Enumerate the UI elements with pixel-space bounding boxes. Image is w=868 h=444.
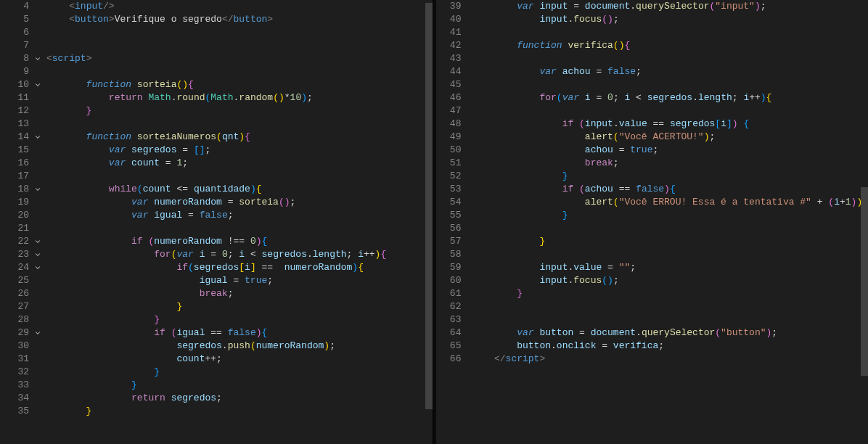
code-line[interactable]: count++;	[46, 353, 433, 366]
line-number[interactable]: 8	[0, 52, 32, 65]
editor-pane-left[interactable]: 4567891011121314151617181920212223242526…	[0, 0, 433, 444]
fold-chevron-down-icon[interactable]	[32, 131, 44, 144]
code-line[interactable]: if (input.value == segredos[i]) {	[478, 118, 868, 131]
line-number[interactable]: 42	[436, 39, 464, 52]
fold-chevron-down-icon[interactable]	[32, 261, 44, 274]
line-number[interactable]: 53	[436, 183, 464, 196]
code-line[interactable]: <button>Verifique o segredo</button>	[46, 13, 433, 26]
line-number[interactable]: 45	[436, 78, 464, 91]
line-number[interactable]: 56	[436, 222, 464, 235]
scrollbar-thumb[interactable]	[425, 3, 433, 409]
code-line[interactable]: if (achou == false){	[478, 183, 868, 196]
code-line[interactable]: var numeroRandom = sorteia();	[46, 196, 433, 209]
code-line[interactable]	[478, 222, 868, 235]
code-line[interactable]: <script>	[46, 52, 433, 65]
scrollbar-thumb[interactable]	[861, 187, 868, 376]
line-number[interactable]: 9	[0, 65, 32, 78]
code-line[interactable]: return segredos;	[46, 392, 433, 405]
code-line[interactable]: function sorteia(){	[46, 78, 433, 91]
line-number[interactable]: 50	[436, 144, 464, 157]
line-number[interactable]: 32	[0, 366, 32, 379]
code-line[interactable]: return Math.round(Math.random()*10);	[46, 91, 433, 104]
code-line[interactable]: function verifica(){	[478, 39, 868, 52]
fold-gutter[interactable]	[32, 0, 44, 444]
code-line[interactable]: achou = true;	[478, 144, 868, 157]
code-line[interactable]: for(var i = 0; i < segredos.length; i++)…	[478, 91, 868, 104]
fold-chevron-down-icon[interactable]	[32, 248, 44, 261]
code-line[interactable]: for(var i = 0; i < segredos.length; i++)…	[46, 248, 433, 261]
line-number[interactable]: 5	[0, 13, 32, 26]
code-content-left[interactable]: <input/> <button>Verifique o segredo</bu…	[44, 0, 433, 444]
line-number[interactable]: 7	[0, 39, 32, 52]
line-number[interactable]: 59	[436, 261, 464, 274]
code-line[interactable]	[46, 222, 433, 235]
line-number[interactable]: 62	[436, 300, 464, 313]
code-line[interactable]: }	[478, 235, 868, 248]
line-number[interactable]: 10	[0, 78, 32, 91]
code-content-right[interactable]: var input = document.querySelector("inpu…	[475, 0, 868, 444]
code-line[interactable]: var button = document.querySelector("but…	[478, 326, 868, 340]
code-line[interactable]: break;	[46, 287, 433, 300]
scrollbar-vertical[interactable]	[858, 0, 868, 444]
line-number[interactable]: 19	[0, 196, 32, 209]
fold-chevron-down-icon[interactable]	[32, 52, 44, 65]
line-number[interactable]: 15	[0, 144, 32, 157]
line-number[interactable]: 29	[0, 326, 32, 340]
line-number[interactable]: 6	[0, 26, 32, 39]
line-number[interactable]: 61	[436, 287, 464, 300]
line-number[interactable]: 12	[0, 104, 32, 118]
code-line[interactable]	[478, 248, 868, 261]
fold-chevron-down-icon[interactable]	[32, 78, 44, 91]
code-line[interactable]: }	[46, 313, 433, 326]
code-line[interactable]: var count = 1;	[46, 157, 433, 170]
line-number[interactable]: 31	[0, 353, 32, 366]
code-line[interactable]: button.onclick = verifica;	[478, 340, 868, 353]
code-line[interactable]: var segredos = [];	[46, 144, 433, 157]
line-number[interactable]: 65	[436, 340, 464, 353]
code-line[interactable]: }	[478, 170, 868, 183]
code-line[interactable]: }	[478, 287, 868, 300]
code-line[interactable]: function sorteiaNumeros(qnt){	[46, 131, 433, 144]
line-number[interactable]: 16	[0, 157, 32, 170]
line-number[interactable]: 17	[0, 170, 32, 183]
line-number[interactable]: 57	[436, 235, 464, 248]
line-number[interactable]: 46	[436, 91, 464, 104]
line-number[interactable]: 58	[436, 248, 464, 261]
line-number[interactable]: 33	[0, 379, 32, 392]
line-number[interactable]: 27	[0, 300, 32, 313]
line-number[interactable]: 20	[0, 209, 32, 222]
code-line[interactable]: </script>	[478, 353, 868, 366]
line-number[interactable]: 14	[0, 131, 32, 144]
code-line[interactable]	[46, 26, 433, 39]
code-line[interactable]	[478, 26, 868, 39]
line-number[interactable]: 52	[436, 170, 464, 183]
code-line[interactable]	[46, 118, 433, 131]
line-number[interactable]: 64	[436, 326, 464, 340]
line-number[interactable]: 4	[0, 0, 32, 13]
line-number[interactable]: 18	[0, 183, 32, 196]
fold-chevron-down-icon[interactable]	[32, 183, 44, 196]
line-number[interactable]: 25	[0, 274, 32, 287]
code-line[interactable]: alert("Você ACERTOU!");	[478, 131, 868, 144]
code-line[interactable]: while(count <= quantidade){	[46, 183, 433, 196]
fold-gutter[interactable]	[464, 0, 474, 444]
scrollbar-vertical[interactable]	[422, 0, 433, 444]
line-number[interactable]: 44	[436, 65, 464, 78]
code-line[interactable]: input.focus();	[478, 274, 868, 287]
line-number[interactable]: 35	[0, 405, 32, 418]
line-number[interactable]: 49	[436, 131, 464, 144]
line-number[interactable]: 24	[0, 261, 32, 274]
line-number[interactable]: 60	[436, 274, 464, 287]
line-number[interactable]: 22	[0, 235, 32, 248]
code-line[interactable]	[46, 170, 433, 183]
code-line[interactable]: var input = document.querySelector("inpu…	[478, 0, 868, 13]
code-line[interactable]: break;	[478, 157, 868, 170]
line-number[interactable]: 28	[0, 313, 32, 326]
code-line[interactable]: }	[478, 209, 868, 222]
line-number[interactable]: 40	[436, 13, 464, 26]
line-number-gutter[interactable]: 3940414243444546474849505152535455565758…	[436, 0, 464, 444]
line-number[interactable]: 51	[436, 157, 464, 170]
line-number[interactable]: 39	[436, 0, 464, 13]
code-line[interactable]: }	[46, 366, 433, 379]
fold-chevron-down-icon[interactable]	[32, 326, 44, 340]
